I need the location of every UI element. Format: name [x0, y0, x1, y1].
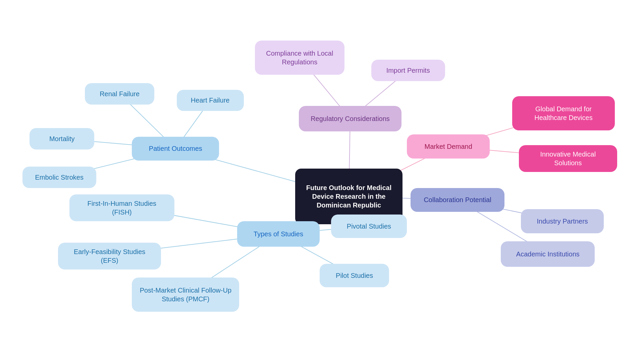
regulatory-considerations-node: Regulatory Considerations — [299, 106, 402, 131]
mind-map: Future Outlook for Medical Device Resear… — [0, 0, 644, 363]
types-of-studies-node: Types of Studies — [237, 221, 320, 247]
efs-studies-node: Early-Feasibility Studies (EFS) — [58, 243, 161, 269]
pmcf-studies-node: Post-Market Clinical Follow-Up Studies (… — [132, 278, 239, 312]
innovative-medical-node: Innovative Medical Solutions — [519, 145, 617, 172]
market-demand-node: Market Demand — [407, 134, 490, 158]
fish-studies-node: First-In-Human Studies (FISH) — [69, 194, 174, 221]
embolic-strokes-node: Embolic Strokes — [22, 167, 96, 188]
renal-failure-node: Renal Failure — [85, 83, 154, 105]
mortality-node: Mortality — [30, 128, 94, 149]
global-demand-node: Global Demand for Healthcare Devices — [512, 96, 615, 130]
pilot-studies-node: Pilot Studies — [320, 264, 389, 287]
compliance-local-node: Compliance with Local Regulations — [255, 41, 344, 75]
heart-failure-node: Heart Failure — [177, 90, 244, 111]
industry-partners-node: Industry Partners — [521, 209, 604, 233]
pivotal-studies-node: Pivotal Studies — [331, 215, 407, 238]
academic-institutions-node: Academic Institutions — [501, 241, 595, 267]
import-permits-node: Import Permits — [371, 60, 445, 81]
collaboration-potential-node: Collaboration Potential — [411, 188, 504, 212]
patient-outcomes-node: Patient Outcomes — [132, 137, 219, 161]
